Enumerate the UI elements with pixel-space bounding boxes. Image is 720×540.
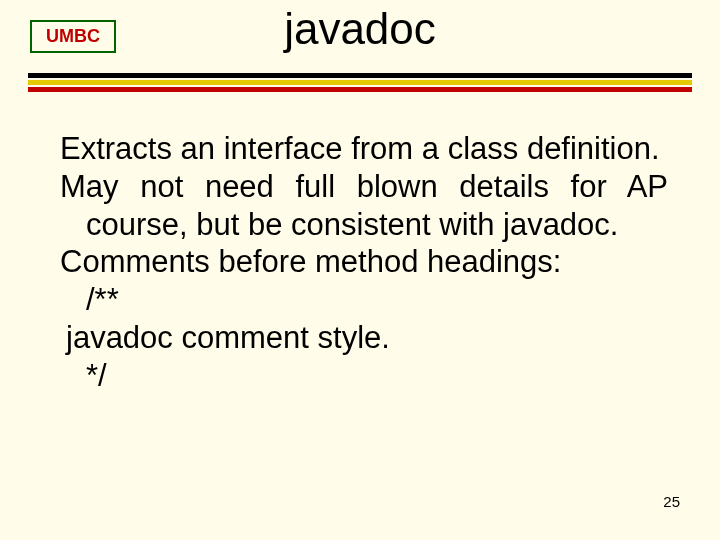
divider-red <box>28 87 692 92</box>
body-paragraph-2: May not need full blown details for AP c… <box>60 168 668 244</box>
code-line-2: javadoc comment style. <box>60 319 668 357</box>
page-number: 25 <box>663 493 680 510</box>
code-line-3: */ <box>60 357 668 395</box>
code-line-1: /** <box>60 281 668 319</box>
slide-body: Extracts an interface from a class defin… <box>60 130 668 395</box>
slide-title: javadoc <box>0 4 720 54</box>
divider-yellow <box>28 80 692 85</box>
body-paragraph-3: Comments before method headings: <box>60 243 668 281</box>
divider-black <box>28 73 692 78</box>
body-paragraph-1: Extracts an interface from a class defin… <box>60 130 668 168</box>
